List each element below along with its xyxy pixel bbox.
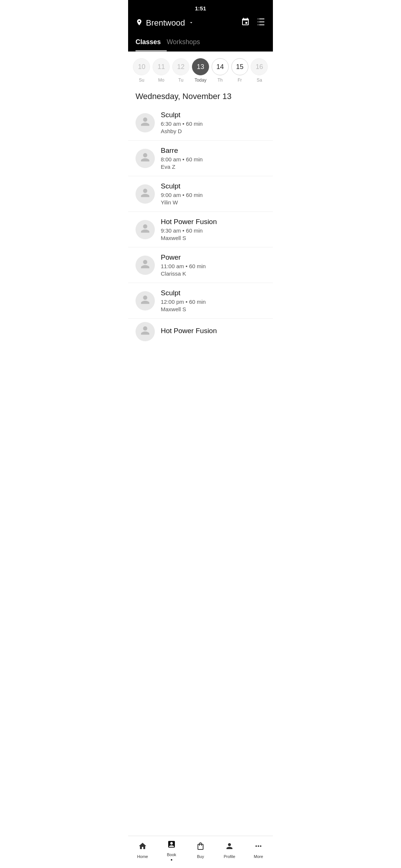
status-bar: 1:51 [128, 0, 273, 14]
date-item-today[interactable]: 13 Today [192, 58, 209, 83]
date-number-10: 10 [133, 58, 150, 75]
person-icon [140, 295, 150, 307]
class-name-5: Power [161, 253, 265, 262]
class-info-2: Barre 8:00 am • 60 min Eva Z [161, 147, 265, 170]
class-item-barre[interactable]: Barre 8:00 am • 60 min Eva Z [128, 141, 273, 176]
nav-tabs: Classes Workshops [128, 34, 273, 52]
instructor-avatar-2 [136, 149, 155, 168]
date-item-th[interactable]: 14 Th [212, 58, 229, 83]
date-number-12: 12 [172, 58, 189, 75]
class-item-sculpt-2[interactable]: Sculpt 9:00 am • 60 min Yilin W [128, 176, 273, 212]
class-time-4: 9:30 am • 60 min [161, 227, 265, 234]
person-icon [140, 116, 150, 129]
class-instructor-1: Ashby D [161, 128, 265, 134]
class-name-2: Barre [161, 147, 265, 155]
instructor-avatar-6 [136, 291, 155, 310]
class-time-3: 9:00 am • 60 min [161, 192, 265, 198]
class-info-5: Power 11:00 am • 60 min Clarissa K [161, 253, 265, 277]
person-icon [140, 188, 150, 200]
class-info-4: Hot Power Fusion 9:30 am • 60 min Maxwel… [161, 218, 265, 241]
instructor-avatar-3 [136, 184, 155, 204]
date-number-15: 15 [231, 58, 248, 75]
date-item-tu[interactable]: 12 Tu [172, 58, 189, 83]
class-info-3: Sculpt 9:00 am • 60 min Yilin W [161, 182, 265, 206]
day-title: Wednesday, November 13 [128, 86, 273, 105]
date-number-13: 13 [192, 58, 209, 75]
class-instructor-3: Yilin W [161, 199, 265, 206]
class-item-power[interactable]: Power 11:00 am • 60 min Clarissa K [128, 247, 273, 283]
date-number-16: 16 [251, 58, 268, 75]
date-day-fr: Fr [238, 78, 242, 83]
class-instructor-6: Maxwell S [161, 306, 265, 312]
location-pin-icon [136, 19, 143, 28]
class-info-1: Sculpt 6:30 am • 60 min Ashby D [161, 111, 265, 134]
tab-workshops[interactable]: Workshops [167, 34, 206, 51]
location-selector[interactable]: Brentwood [136, 18, 194, 28]
person-icon [140, 325, 150, 338]
class-instructor-2: Eva Z [161, 164, 265, 170]
instructor-avatar-7 [136, 322, 155, 341]
class-time-1: 6:30 am • 60 min [161, 121, 265, 127]
class-info-7: Hot Power Fusion [161, 327, 265, 336]
class-time-5: 11:00 am • 60 min [161, 263, 265, 269]
chevron-down-icon [189, 20, 194, 26]
date-number-14: 14 [212, 58, 229, 75]
class-time-6: 12:00 pm • 60 min [161, 299, 265, 305]
date-day-su: Su [139, 78, 144, 83]
date-item-fr[interactable]: 15 Fr [231, 58, 248, 83]
filter-icon[interactable] [257, 17, 265, 29]
header: Brentwood [128, 14, 273, 34]
header-actions [241, 17, 265, 29]
date-item-mo[interactable]: 11 Mo [153, 58, 170, 83]
instructor-avatar-5 [136, 256, 155, 275]
class-item-hot-power-fusion-2[interactable]: Hot Power Fusion [128, 319, 273, 345]
class-info-6: Sculpt 12:00 pm • 60 min Maxwell S [161, 289, 265, 312]
class-name-6: Sculpt [161, 289, 265, 297]
person-icon [140, 259, 150, 272]
person-icon [140, 152, 150, 165]
person-icon [140, 223, 150, 236]
date-day-mo: Mo [158, 78, 164, 83]
class-item-sculpt-1[interactable]: Sculpt 6:30 am • 60 min Ashby D [128, 105, 273, 141]
class-name-4: Hot Power Fusion [161, 218, 265, 226]
class-name-3: Sculpt [161, 182, 265, 190]
class-item-sculpt-3[interactable]: Sculpt 12:00 pm • 60 min Maxwell S [128, 283, 273, 319]
date-day-th: Th [218, 78, 223, 83]
instructor-avatar-1 [136, 113, 155, 132]
date-day-sa: Sa [257, 78, 262, 83]
calendar-icon[interactable] [241, 17, 250, 29]
date-day-tu: Tu [178, 78, 183, 83]
date-item-sa[interactable]: 16 Sa [251, 58, 268, 83]
class-item-hot-power-fusion-1[interactable]: Hot Power Fusion 9:30 am • 60 min Maxwel… [128, 212, 273, 247]
date-item-su[interactable]: 10 Su [133, 58, 150, 83]
class-time-2: 8:00 am • 60 min [161, 156, 265, 162]
class-name-1: Sculpt [161, 111, 265, 119]
class-instructor-4: Maxwell S [161, 235, 265, 241]
date-number-11: 11 [153, 58, 170, 75]
class-list: Sculpt 6:30 am • 60 min Ashby D Barre 8:… [128, 105, 273, 345]
date-selector: 10 Su 11 Mo 12 Tu 13 Today 14 Th 15 Fr 1… [128, 52, 273, 86]
status-time: 1:51 [195, 5, 206, 11]
location-name: Brentwood [146, 18, 185, 28]
instructor-avatar-4 [136, 220, 155, 239]
tab-classes[interactable]: Classes [136, 34, 167, 51]
class-name-7: Hot Power Fusion [161, 327, 265, 335]
date-day-today: Today [195, 78, 206, 83]
class-instructor-5: Clarissa K [161, 270, 265, 277]
